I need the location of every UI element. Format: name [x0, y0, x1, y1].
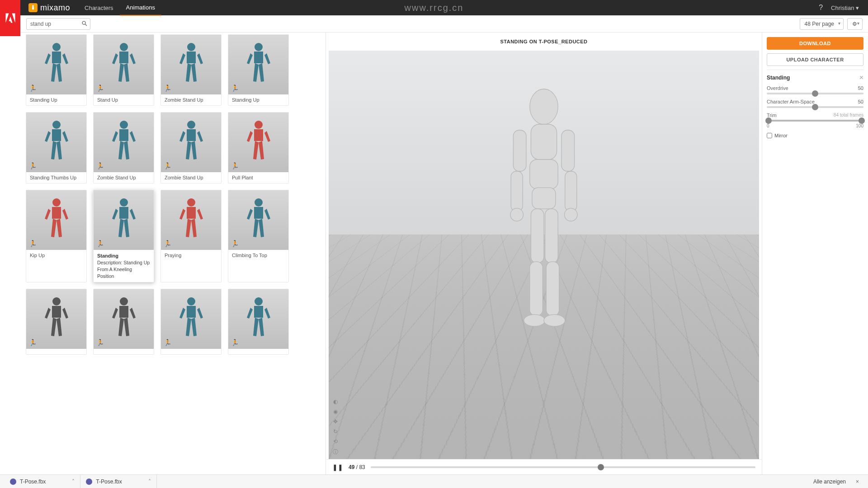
nav-animations[interactable]: Animations	[120, 0, 161, 16]
tool-move-icon[interactable]: ✥	[332, 418, 339, 425]
result-thumb: 🏃	[26, 289, 86, 349]
result-card[interactable]: 🏃	[160, 289, 222, 355]
svg-rect-25	[511, 171, 523, 211]
svg-point-35	[544, 315, 565, 327]
result-card[interactable]: 🏃 Pull Plant	[228, 112, 289, 183]
param-slider[interactable]	[767, 106, 863, 108]
pause-button[interactable]: ❚❚	[332, 464, 343, 471]
trim-knob-end[interactable]	[859, 117, 865, 124]
result-thumb: 🏃	[94, 190, 154, 250]
runner-icon: 🏃	[96, 240, 104, 247]
result-card[interactable]: 🏃 Praying	[160, 190, 222, 282]
svg-point-9	[120, 121, 128, 129]
result-card[interactable]: 🏃 Zombie Stand Up	[160, 112, 222, 183]
result-card[interactable]: 🏃 Zombie Stand Up	[93, 112, 154, 183]
per-page-select[interactable]: 48 Per page	[800, 18, 844, 30]
result-label	[94, 349, 154, 354]
timeline-knob[interactable]	[598, 464, 604, 470]
download-bar: T-Pose.fbx˄T-Pose.fbx˄ Alle anzeigen ×	[0, 474, 868, 488]
result-card[interactable]: 🏃	[228, 289, 289, 355]
mirror-checkbox[interactable]: Mirror	[767, 133, 863, 138]
panel-title: Standing	[767, 75, 790, 81]
brand[interactable]: mixamo	[20, 3, 78, 13]
adobe-logo-icon	[4, 12, 17, 24]
result-card[interactable]: 🏃 Standing Up	[228, 34, 289, 106]
result-card[interactable]: 🏃 Zombie Stand Up	[160, 34, 222, 106]
top-nav: mixamo Characters Animations www.rrcg.cn…	[0, 0, 868, 15]
tool-reset-icon[interactable]: ⟲	[332, 438, 339, 445]
svg-point-5	[120, 43, 128, 51]
close-download-bar[interactable]: ×	[851, 479, 863, 485]
svg-point-26	[510, 208, 524, 221]
result-card[interactable]: 🏃 Kip Up	[26, 190, 87, 282]
svg-point-17	[120, 297, 128, 305]
param-slider[interactable]	[767, 93, 863, 94]
help-icon[interactable]: ?	[819, 4, 823, 12]
result-label: Kip Up	[26, 250, 86, 261]
timeline: ❚❚ 49 / 83	[326, 459, 762, 474]
result-card[interactable]: 🏃 StandingDescription: Standing Up From …	[93, 190, 154, 282]
result-thumb: 🏃	[228, 113, 288, 172]
runner-icon: 🏃	[231, 240, 239, 247]
svg-point-19	[255, 297, 263, 305]
chevron-up-icon[interactable]: ˄	[72, 479, 75, 485]
result-card[interactable]: 🏃 Climbing To Top	[228, 190, 289, 282]
user-menu[interactable]: Christian ▾	[831, 5, 859, 11]
upload-character-button[interactable]: UPLOAD CHARACTER	[767, 53, 863, 66]
result-label: Pull Plant	[228, 172, 288, 183]
result-card[interactable]: 🏃 Stand Up	[93, 34, 154, 106]
file-icon	[10, 479, 16, 485]
runner-icon: 🏃	[29, 162, 37, 169]
viewport-title: STANDING ON T-POSE_REDUCED	[326, 33, 762, 51]
svg-point-0	[32, 5, 34, 7]
result-card[interactable]: 🏃	[26, 289, 87, 355]
svg-point-10	[187, 121, 195, 129]
result-thumb: 🏃	[228, 289, 288, 349]
chevron-up-icon[interactable]: ˄	[148, 479, 151, 485]
svg-point-11	[255, 121, 263, 129]
tool-rotate-icon[interactable]: ↻	[332, 428, 339, 435]
download-item[interactable]: T-Pose.fbx˄	[5, 475, 80, 488]
tool-camera-icon[interactable]: ◉	[332, 408, 339, 415]
slider-knob[interactable]	[812, 90, 818, 97]
result-label: Praying	[161, 250, 221, 261]
tool-light-icon[interactable]: ◐	[332, 399, 339, 405]
svg-point-2	[82, 21, 85, 24]
search-icon[interactable]	[81, 20, 88, 28]
settings-button[interactable]: ⚙	[847, 18, 863, 30]
result-label: Zombie Stand Up	[94, 172, 154, 183]
timeline-track[interactable]	[371, 466, 755, 468]
param-character-arm-space: Character Arm-Space50	[767, 99, 863, 108]
file-icon	[86, 479, 92, 485]
slider-knob[interactable]	[812, 104, 818, 110]
brand-name: mixamo	[40, 3, 70, 13]
result-thumb: 🏃	[26, 190, 86, 250]
mirror-checkbox-input[interactable]	[767, 133, 772, 138]
result-card[interactable]: 🏃 Standing Thumbs Up	[26, 112, 87, 183]
tool-info-icon[interactable]: ⓘ	[332, 448, 339, 455]
result-label	[26, 349, 86, 354]
viewport-3d[interactable]: ◐ ◉ ✥ ↻ ⟲ ⓘ	[329, 51, 759, 459]
runner-icon: 🏃	[231, 84, 239, 92]
show-all-downloads[interactable]: Alle anzeigen	[808, 479, 851, 485]
svg-rect-1	[32, 7, 34, 10]
nav-characters[interactable]: Characters	[78, 0, 120, 15]
download-item[interactable]: T-Pose.fbx˄	[80, 475, 156, 488]
result-card[interactable]: 🏃	[93, 289, 154, 355]
close-icon[interactable]: ×	[859, 74, 863, 82]
trim-knob-start[interactable]	[765, 117, 772, 124]
results-grid-scroll[interactable]: 🏃 Standing Up 🏃 Stand Up 🏃 Zombie Stand …	[20, 33, 326, 474]
download-button[interactable]: DOWNLOAD	[767, 37, 863, 50]
result-thumb: 🏃	[161, 289, 221, 349]
svg-point-12	[52, 198, 61, 206]
adobe-badge	[0, 0, 20, 36]
search-input[interactable]	[26, 18, 90, 30]
svg-rect-24	[513, 130, 526, 171]
result-card[interactable]: 🏃 Standing Up	[26, 34, 87, 106]
trim-slider[interactable]	[767, 120, 863, 122]
svg-point-32	[524, 315, 545, 327]
svg-rect-28	[565, 171, 577, 211]
result-thumb: 🏃	[228, 35, 288, 94]
svg-point-18	[187, 297, 195, 305]
svg-line-3	[85, 24, 87, 26]
